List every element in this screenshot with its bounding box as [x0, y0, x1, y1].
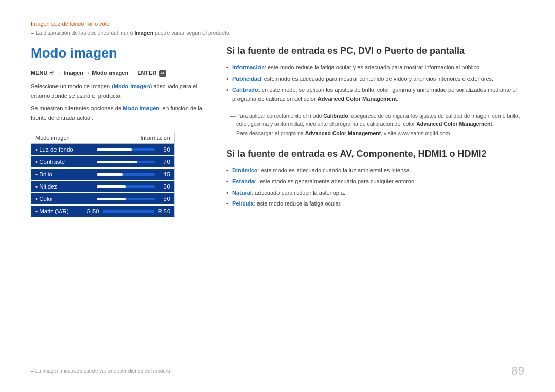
table-header: Modo imagen Información: [31, 132, 174, 144]
main-layout: Modo imagen MENU ㎡ → Imagen → Modo image…: [31, 45, 524, 218]
menu-table: Modo imagen Información • Luz de fondo 6…: [31, 132, 175, 218]
page: Imagen Luz de fondo Tono color ‒ La disp…: [0, 0, 555, 392]
breadcrumb-note-bold: Imagen: [134, 30, 153, 36]
bullet-list-1: Información: este modo reduce la fatiga …: [226, 63, 524, 103]
progress-bar: [97, 198, 155, 200]
page-number: 89: [512, 364, 524, 378]
right-column: Si la fuente de entrada es PC, DVI o Pue…: [226, 45, 524, 218]
list-item: Película: este modo reduce la fatiga ocu…: [226, 199, 524, 209]
breadcrumb-note: ‒ La disposición de las opciones del men…: [31, 30, 524, 36]
breadcrumb-text: Imagen Luz de fondo Tono color: [31, 21, 112, 27]
matiz-bar: [103, 210, 154, 213]
progress-bar: [97, 148, 155, 151]
desc2: Se muestran diferentes opciones de Modo …: [31, 104, 206, 122]
list-item: Estándar: este modo es generalmente adec…: [226, 177, 524, 186]
col-header-right: Información: [128, 132, 174, 143]
heading2: Si la fuente de entrada es AV, Component…: [226, 148, 524, 160]
progress-bar: [97, 161, 155, 163]
sub-note-2: Para descargar el programa Advanced Colo…: [226, 129, 524, 138]
progress-bar: [97, 185, 155, 188]
sub-note-1: Para aplicar correctamente el modo Calib…: [226, 112, 524, 128]
menu-path: MENU ㎡ → Imagen → Modo imagen → ENTER ↵: [31, 69, 206, 77]
table-row: • Color 50: [31, 193, 174, 204]
progress-fill: [97, 161, 137, 163]
desc1: Seleccione un modo de imagen (Modo image…: [31, 82, 206, 100]
enter-icon: ↵: [159, 70, 166, 77]
list-item: Información: este modo reduce la fatiga …: [226, 63, 524, 72]
table-row: • Luz de fondo 60: [31, 144, 174, 155]
table-row-matiz: • Matiz (V/R) G 50 R 50: [31, 206, 174, 217]
progress-fill: [97, 198, 126, 200]
bullet-list-2: Dinámico: este modo es adecuado cuando l…: [226, 166, 524, 208]
progress-fill: [97, 185, 126, 188]
list-item: Natural: adecuado para reducir la asteno…: [226, 189, 524, 198]
section-title: Modo imagen: [31, 45, 206, 61]
col-header-left: Modo imagen: [31, 132, 128, 143]
table-row: • Brillo 45: [31, 169, 174, 180]
list-item: Publicidad: este modo es adecuado para m…: [226, 74, 524, 84]
footer: ‒ La imagen mostrada puede variar depend…: [31, 361, 524, 378]
footer-note: ‒ La imagen mostrada puede variar depend…: [31, 368, 171, 374]
progress-bar: [97, 173, 155, 176]
left-column: Modo imagen MENU ㎡ → Imagen → Modo image…: [31, 45, 206, 218]
list-item: Dinámico: este modo es adecuado cuando l…: [226, 166, 524, 175]
progress-fill: [97, 173, 123, 176]
table-row: • Nitidez 50: [31, 181, 174, 192]
progress-fill: [97, 148, 132, 151]
heading1: Si la fuente de entrada es PC, DVI o Pue…: [226, 45, 524, 57]
breadcrumb: Imagen Luz de fondo Tono color: [31, 21, 524, 27]
list-item: Calibrado: en este modo, se aplican los …: [226, 86, 524, 104]
table-row: • Contraste 70: [31, 156, 174, 167]
